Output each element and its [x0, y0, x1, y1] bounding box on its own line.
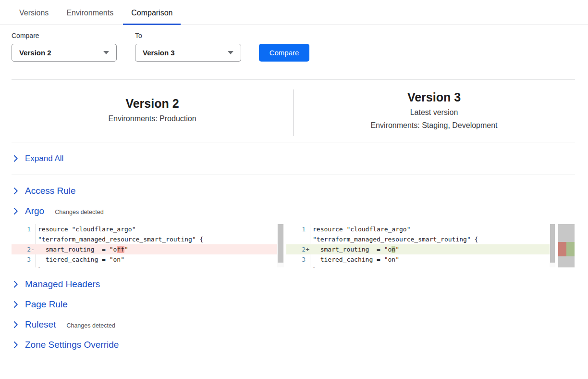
minimap-removed-marker — [558, 242, 566, 256]
changes-detected-badge: Changes detected — [55, 207, 103, 215]
chevron-right-icon — [13, 187, 18, 195]
section-title: Managed Headers — [25, 279, 100, 290]
section-title: Page Rule — [25, 299, 68, 310]
removed-word-highlight: ff — [117, 246, 124, 253]
argo-diff-viewer: 1- resource "cloudflare_argo" "terraform… — [12, 224, 588, 267]
dropdown-caret-icon — [228, 51, 233, 54]
tab-comparison[interactable]: Comparison — [123, 9, 181, 25]
chevron-right-icon — [13, 321, 18, 328]
diff-line: - } — [12, 265, 284, 267]
diff-line-removed: 2- smart_routing = "off" — [12, 244, 284, 254]
diff-line: 1- resource "cloudflare_argo" "terraform… — [12, 224, 284, 244]
diff-line: 1+ resource "cloudflare_argo" "terraform… — [286, 224, 555, 244]
section-ruleset[interactable]: Ruleset Changes detected — [0, 315, 588, 335]
diff-new-scrollbar[interactable] — [550, 224, 555, 267]
compare-label: Compare — [12, 32, 117, 39]
diff-panel-old[interactable]: 1- resource "cloudflare_argo" "terraform… — [12, 224, 284, 267]
section-zone-settings-override[interactable]: Zone Settings Override — [0, 335, 588, 355]
compare-version-select[interactable]: Version 2 — [12, 44, 117, 62]
expand-all-button[interactable]: Expand All — [0, 142, 588, 175]
chevron-right-icon — [13, 341, 18, 349]
tab-environments[interactable]: Environments — [58, 9, 122, 25]
tab-bar: Versions Environments Comparison — [0, 0, 588, 25]
diff-panel-new[interactable]: 1+ resource "cloudflare_argo" "terraform… — [286, 224, 555, 267]
vertical-divider — [293, 89, 294, 136]
chevron-right-icon — [13, 301, 18, 308]
diff-overview-minimap[interactable] — [558, 224, 575, 267]
version-right-environments: Environments: Staging, Development — [293, 121, 575, 130]
expand-all-label: Expand All — [25, 154, 63, 164]
version-left-title: Version 2 — [12, 96, 293, 111]
section-title: Argo — [25, 206, 44, 216]
dropdown-caret-icon — [103, 51, 109, 54]
diff-line: 3+ tiered_caching = "on" — [286, 254, 555, 265]
chevron-right-icon — [13, 207, 18, 215]
changes-detected-badge: Changes detected — [66, 321, 115, 329]
scrollbar-thumb[interactable] — [278, 224, 283, 263]
compare-button[interactable]: Compare — [259, 44, 309, 62]
chevron-right-icon — [13, 280, 18, 288]
diff-line: 3- tiered_caching = "on" — [12, 254, 284, 265]
section-title: Ruleset — [25, 319, 56, 330]
version-right-title: Version 3 — [293, 90, 575, 104]
section-managed-headers[interactable]: Managed Headers — [0, 274, 588, 294]
diff-line-added: 2+ smart_routing = "on" — [286, 244, 555, 254]
chevron-right-icon — [13, 155, 18, 162]
section-argo[interactable]: Argo Changes detected — [0, 201, 588, 221]
version-left-environments: Environments: Production — [12, 114, 293, 124]
section-page-rule[interactable]: Page Rule — [0, 294, 588, 315]
scrollbar-thumb[interactable] — [550, 224, 555, 263]
to-version-select[interactable]: Version 3 — [135, 44, 241, 62]
compare-version-value: Version 2 — [19, 49, 51, 57]
tab-versions[interactable]: Versions — [11, 9, 57, 25]
diff-line: + } — [286, 265, 555, 267]
section-title: Zone Settings Override — [25, 340, 119, 350]
to-label: To — [135, 32, 241, 39]
version-right-latest-label: Latest version — [293, 108, 575, 117]
version-comparison-header: Version 2 Environments: Production Versi… — [0, 80, 588, 142]
section-title: Access Rule — [25, 186, 76, 196]
version-right-header: Version 3 Latest version Environments: S… — [293, 90, 588, 130]
section-access-rule[interactable]: Access Rule — [0, 181, 588, 201]
resource-sections: Access Rule Argo Changes detected 1- res… — [0, 175, 588, 365]
diff-old-scrollbar[interactable] — [277, 224, 284, 267]
compare-form: Compare Version 2 To Version 3 Compare — [0, 25, 588, 62]
version-left-header: Version 2 Environments: Production — [0, 90, 293, 130]
to-version-value: Version 3 — [143, 49, 175, 57]
minimap-added-marker — [566, 242, 575, 256]
